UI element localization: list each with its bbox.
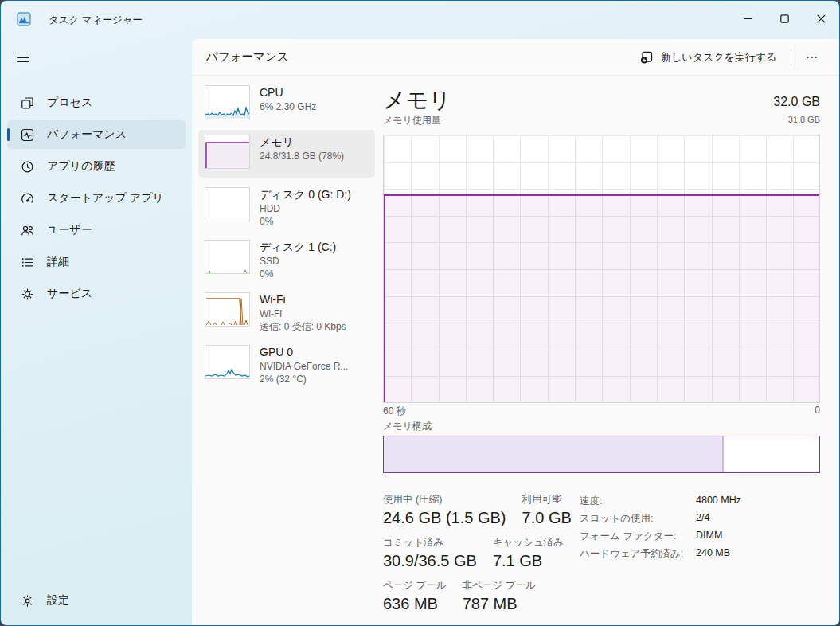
detail-value: DIMM (696, 530, 722, 543)
memory-usage-fill (384, 194, 819, 402)
stat-label: ページ プール (383, 579, 447, 593)
perf-item-line2: 送信: 0 受信: 0 Kbps (260, 320, 346, 333)
gpu-mini-chart (205, 345, 250, 379)
stat-label: 非ページ プール (463, 579, 536, 593)
detail-value: 2/4 (696, 512, 709, 526)
close-button[interactable] (803, 1, 839, 36)
sidebar-item-label: プロセス (47, 96, 92, 110)
cpu-mini-chart (205, 85, 250, 119)
memory-mini-chart (205, 135, 250, 169)
perf-item-line2: 0% (260, 268, 336, 280)
stat-label: コミット済み (383, 536, 477, 550)
page-title: パフォーマンス (206, 49, 289, 65)
speedometer-icon (21, 192, 34, 205)
stat-label: キャッシュ済み (493, 536, 564, 550)
sidebar-item-label: 詳細 (47, 255, 69, 269)
content-panel: パフォーマンス 新しいタスクを実行する ... (192, 39, 839, 625)
perf-item-line1: Wi-Fi (260, 307, 346, 320)
sidebar-item-label: ユーザー (47, 223, 92, 237)
chart-zero-label: 0 (815, 405, 820, 416)
stat-label: 使用中 (圧縮) (383, 493, 506, 507)
memory-capacity: 32.0 GB (773, 95, 820, 109)
perf-item-wifi[interactable]: Wi-Fi Wi-Fi 送信: 0 受信: 0 Kbps (198, 288, 375, 338)
perf-item-title: Wi-Fi (260, 292, 346, 307)
sidebar-item-startup-apps[interactable]: スタートアップ アプリ (7, 184, 186, 213)
details-list-icon (21, 256, 34, 269)
perf-item-gpu[interactable]: GPU 0 NVIDIA GeForce R... 2% (32 °C) (198, 340, 375, 390)
history-clock-icon (21, 160, 34, 174)
perf-item-subtitle: 6% 2.30 GHz (260, 100, 316, 113)
detail-value: 4800 MHz (696, 495, 741, 508)
maximize-button[interactable] (766, 1, 803, 36)
perf-item-memory[interactable]: メモリ 24.8/31.8 GB (78%) (198, 130, 375, 178)
performance-icon (21, 128, 34, 142)
perf-item-line2: 0% (260, 215, 351, 228)
sidebar-item-settings[interactable]: 設定 (7, 586, 186, 615)
selection-accent-bar (7, 128, 10, 141)
sidebar-item-services[interactable]: サービス (7, 280, 186, 308)
disk1-mini-chart (205, 240, 250, 274)
usage-chart-label: メモリ使用量 (383, 114, 441, 127)
sidebar-item-label: スタートアップ アプリ (47, 191, 164, 205)
wifi-mini-chart (205, 292, 250, 327)
stat-value: 636 MB (383, 595, 447, 613)
stat-value: 7.1 GB (493, 552, 564, 570)
detail-label: ハードウェア予約済み: (580, 547, 696, 561)
sidebar-item-processes[interactable]: プロセス (7, 88, 186, 117)
perf-item-line1: NVIDIA GeForce R... (260, 360, 348, 373)
memory-hardware-details: 速度: 4800 MHz スロットの使用: 2/4 フォーム ファクター: DI… (580, 495, 741, 565)
detail-label: スロットの使用: (580, 512, 696, 526)
usage-chart-scale-max: 31.8 GB (788, 115, 820, 124)
sidebar-item-users[interactable]: ユーザー (7, 216, 186, 245)
sidebar-item-app-history[interactable]: アプリの履歴 (7, 152, 186, 181)
sidebar-item-label: 設定 (47, 593, 69, 608)
sidebar-item-details[interactable]: 詳細 (7, 248, 186, 276)
perf-item-cpu[interactable]: CPU 6% 2.30 GHz (198, 80, 375, 124)
perf-item-line1: HDD (260, 202, 351, 215)
sidebar-item-label: アプリの履歴 (47, 159, 115, 174)
perf-item-line2: 2% (32 °C) (260, 373, 348, 385)
stat-label: 利用可能 (522, 493, 572, 507)
chart-time-label: 60 秒 (383, 405, 406, 418)
services-gear-icon (21, 288, 34, 301)
perf-item-disk0[interactable]: ディスク 0 (G: D:) HDD 0% (198, 182, 375, 233)
perf-item-line1: SSD (260, 255, 336, 268)
stat-value: 30.9/36.5 GB (383, 552, 477, 570)
memory-detail-pane: メモリ 32.0 GB メモリ使用量 31.8 GB 60 秒 0 メモリ構成 … (383, 39, 820, 625)
sidebar: プロセス パフォーマンス アプリの履歴 スタートアップ アプリ (1, 72, 192, 625)
disk0-mini-chart (205, 187, 250, 221)
detail-value: 240 MB (696, 547, 730, 561)
minimize-button[interactable] (729, 1, 766, 36)
perf-item-title: ディスク 1 (C:) (260, 240, 336, 255)
stat-value: 7.0 GB (522, 509, 572, 527)
detail-label: 速度: (580, 495, 696, 508)
window-title: タスク マネージャー (49, 14, 143, 27)
detail-label: フォーム ファクター: (580, 530, 696, 543)
perf-item-subtitle: 24.8/31.8 GB (78%) (260, 150, 344, 162)
sidebar-item-performance[interactable]: パフォーマンス (7, 120, 186, 149)
app-icon (17, 12, 31, 26)
memory-stats: 使用中 (圧縮) 24.6 GB (1.5 GB) 利用可能 7.0 GB コミ… (383, 493, 578, 622)
stat-value: 787 MB (463, 595, 536, 613)
perf-item-title: GPU 0 (260, 345, 348, 360)
menu-icon[interactable] (10, 44, 39, 71)
stat-value: 24.6 GB (1.5 GB) (383, 509, 506, 527)
perf-item-title: メモリ (260, 135, 344, 150)
perf-item-disk1[interactable]: ディスク 1 (C:) SSD 0% (198, 235, 375, 285)
memory-composition-bar (383, 436, 820, 473)
settings-gear-icon (21, 594, 34, 608)
sidebar-item-label: サービス (47, 287, 92, 301)
processes-icon (21, 96, 34, 110)
titlebar: タスク マネージャー (1, 1, 839, 39)
memory-composition-used (384, 436, 724, 472)
memory-composition-label: メモリ構成 (383, 420, 432, 433)
perf-item-title: CPU (260, 85, 316, 100)
memory-usage-chart (383, 135, 820, 403)
sidebar-item-label: パフォーマンス (47, 127, 127, 142)
perf-item-title: ディスク 0 (G: D:) (260, 187, 351, 202)
task-manager-window: タスク マネージャー プロセス (0, 0, 840, 626)
memory-pane-title: メモリ (383, 85, 451, 115)
users-icon (21, 224, 34, 237)
